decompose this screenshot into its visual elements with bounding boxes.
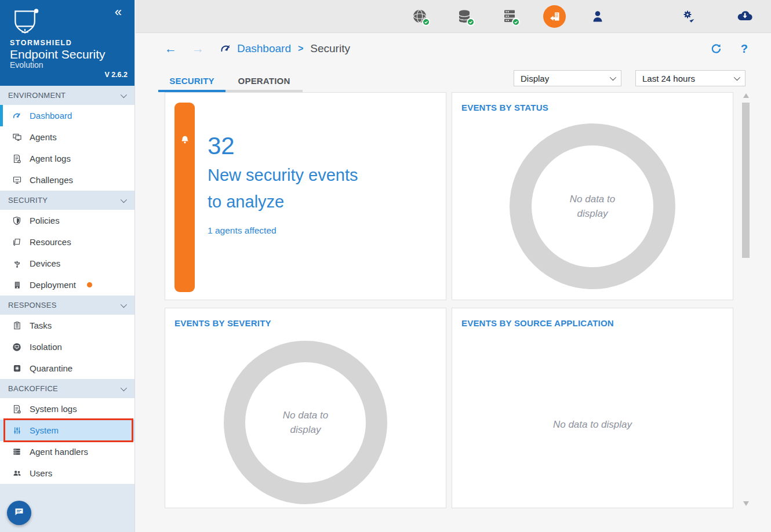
feedback-chat-button[interactable] [7, 501, 31, 525]
section-label: RESPONSES [8, 301, 57, 309]
user-account-icon[interactable] [590, 8, 606, 24]
sidebar-section-responses[interactable]: RESPONSES [0, 296, 134, 315]
sidebar-item-label: Dashboard [30, 111, 72, 121]
sidebar-item-label: Agent handlers [30, 447, 88, 457]
ok-check-icon [467, 18, 475, 26]
sidebar-item-quarantine[interactable]: Quarantine [0, 358, 134, 379]
empty-donut-chart: No data to display [510, 123, 675, 289]
section-label: BACKOFFICE [8, 384, 58, 393]
no-data-text: No data to display [452, 417, 733, 432]
sidebar-section-environment[interactable]: ENVIRONMENT [0, 86, 134, 105]
sidebar-item-system[interactable]: System [0, 420, 134, 441]
status-topbar [136, 0, 771, 33]
sidebar-item-agents[interactable]: Agents [0, 126, 134, 148]
chevron-down-icon [734, 74, 740, 81]
sidebar-item-devices[interactable]: Devices [0, 253, 134, 274]
document-log-icon [12, 154, 22, 163]
shield-icon [12, 216, 22, 225]
brand-edition: Evolution [10, 61, 106, 70]
sidebar-item-label: Users [30, 468, 52, 478]
users-icon [12, 468, 22, 478]
sidebar-item-resources[interactable]: Resources [0, 231, 134, 253]
sidebar-item-challenges[interactable]: Challenges [0, 169, 134, 191]
section-label: ENVIRONMENT [8, 91, 66, 100]
sidebar-item-deployment[interactable]: Deployment [0, 274, 134, 296]
forward-arrow-icon: → [192, 42, 204, 56]
scrollbar-thumb[interactable] [742, 103, 750, 258]
scroll-icon [12, 237, 22, 247]
period-select-value: Last 24 hours [642, 74, 695, 83]
sidebar-item-label: Tasks [30, 320, 52, 330]
brand-product: Endpoint Security [10, 48, 106, 61]
deployment-notification-dot [87, 282, 92, 287]
empty-donut-chart: No data to display [224, 341, 387, 504]
sidebar-item-policies[interactable]: Policies [0, 210, 134, 231]
quarantine-bug-icon [12, 363, 22, 373]
ok-check-icon [512, 18, 520, 26]
no-data-text: No data to display [570, 192, 615, 221]
clipboard-icon [12, 320, 22, 330]
scroll-up-arrow[interactable] [743, 93, 749, 98]
deployment-pending-icon[interactable] [543, 5, 566, 28]
event-card-title: New security events to analyze [208, 162, 373, 216]
breadcrumb-dashboard-link[interactable]: Dashboard [237, 42, 291, 55]
chevron-down-icon [121, 384, 127, 391]
sidebar-item-label: Resources [30, 237, 71, 247]
help-icon[interactable]: ? [741, 42, 748, 56]
tab-security[interactable]: SECURITY [158, 76, 226, 92]
database-status-icon[interactable] [456, 8, 472, 24]
usb-icon [12, 258, 22, 268]
sidebar-item-isolation[interactable]: Isolation [0, 336, 134, 358]
filter-selects: Display Last 24 hours [514, 70, 745, 86]
vertical-scrollbar [741, 92, 751, 508]
sidebar-item-label: Quarantine [30, 363, 72, 373]
period-select[interactable]: Last 24 hours [635, 70, 745, 86]
scroll-down-arrow[interactable] [743, 501, 749, 506]
sidebar: « STORMSHIELD Endpoint Security Evolutio… [0, 0, 135, 532]
sidebar-section-backoffice[interactable]: BACKOFFICE [0, 379, 134, 398]
bell-icon [179, 134, 190, 148]
no-data-text: No data to display [283, 408, 328, 438]
cloud-download-icon[interactable] [736, 8, 752, 24]
new-security-events-card[interactable]: 32 New security events to analyze 1 agen… [165, 92, 446, 300]
main-area: ← → Dashboard > Security ? SECURITY OPER… [136, 0, 771, 532]
brand-version: V 2.6.2 [104, 71, 128, 79]
toolbar: SECURITY OPERATION Display Last 24 hours [136, 64, 771, 92]
sidebar-item-tasks[interactable]: Tasks [0, 315, 134, 336]
agents-affected-link[interactable]: 1 agents affected [208, 225, 277, 236]
chat-bubble-icon [13, 506, 25, 520]
server-status-icon[interactable] [501, 8, 518, 24]
sidebar-item-dashboard[interactable]: Dashboard [0, 105, 134, 126]
display-select[interactable]: Display [514, 70, 621, 86]
sidebar-item-system-logs[interactable]: System logs [0, 398, 134, 420]
globe-status-icon[interactable] [412, 8, 428, 24]
breadcrumb-current-page: Security [310, 42, 350, 55]
sidebar-item-agent-handlers[interactable]: Agent handlers [0, 441, 134, 462]
sidebar-item-label: Agents [30, 132, 57, 142]
events-by-severity-card: EVENTS BY SEVERITY No data to display [165, 308, 446, 508]
tab-operation[interactable]: OPERATION [226, 76, 303, 92]
event-count: 32 [208, 132, 235, 160]
card-title: EVENTS BY STATUS [461, 103, 548, 112]
challenge-monitor-icon [12, 175, 22, 185]
sidebar-section-security[interactable]: SECURITY [0, 191, 134, 210]
sidebar-collapse-icon[interactable]: « [115, 6, 122, 19]
sidebar-item-label: Agent logs [30, 154, 71, 163]
events-by-source-application-card: EVENTS BY SOURCE APPLICATION No data to … [452, 308, 733, 508]
sidebar-footer [0, 484, 134, 532]
card-title: EVENTS BY SOURCE APPLICATION [461, 318, 614, 328]
server-stack-icon [12, 447, 22, 457]
sidebar-item-agent-logs[interactable]: Agent logs [0, 148, 134, 169]
stormshield-logo-icon [10, 7, 41, 38]
refresh-icon[interactable] [710, 43, 722, 55]
card-title: EVENTS BY SEVERITY [174, 318, 271, 328]
section-label: SECURITY [8, 196, 48, 205]
breadcrumb-separator: > [298, 43, 303, 54]
sidebar-item-label: System logs [30, 404, 77, 414]
back-arrow-icon[interactable]: ← [165, 42, 177, 56]
settings-services-icon[interactable] [681, 8, 697, 24]
gauge-icon [12, 111, 22, 121]
sidebar-item-users[interactable]: Users [0, 462, 134, 484]
breadcrumb: ← → Dashboard > Security ? [136, 33, 771, 64]
brand-block: « STORMSHIELD Endpoint Security Evolutio… [0, 0, 134, 86]
